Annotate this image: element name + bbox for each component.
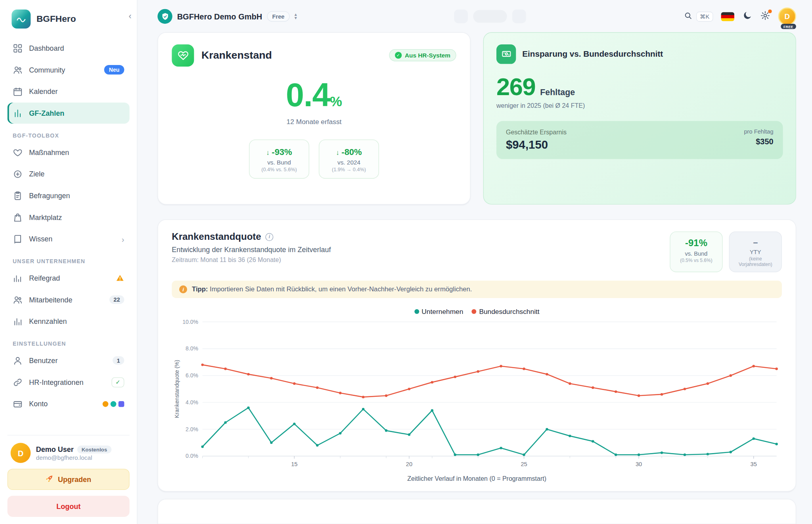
sidebar-collapse-button[interactable]: ‹ <box>125 11 135 22</box>
sidebar-section-einstellungen: EINSTELLUNGEN <box>13 340 124 347</box>
sidebar-item-label: Kalender <box>29 88 57 96</box>
sidebar-item-label: Mitarbeitende <box>29 296 72 304</box>
user-meta: Demo User Kostenlos demo@bgfhero.local <box>36 445 111 461</box>
org-selector[interactable]: BGFHero Demo GmbH Free ▴▾ <box>157 9 297 24</box>
stat-delta-value: – <box>733 238 778 247</box>
team-icon <box>111 401 117 407</box>
sidebar-item-community[interactable]: Community Neu <box>8 59 130 80</box>
upgrade-button[interactable]: Upgraden <box>8 469 130 490</box>
user-card[interactable]: D Demo User Kostenlos demo@bgfhero.local <box>8 443 130 463</box>
notification-dot <box>768 10 772 13</box>
german-flag-icon <box>721 12 734 21</box>
per-day-value: $350 <box>744 137 773 146</box>
sidebar-item-hr-integrationen[interactable]: HR-Integrationen ✓ <box>8 371 130 392</box>
krankenstand-value: 0.4 <box>286 76 330 113</box>
savings-icon <box>496 44 516 64</box>
svg-text:20: 20 <box>406 461 412 467</box>
org-plan-badge: Free <box>267 11 290 22</box>
sidebar-item-kennzahlen[interactable]: Kennzahlen <box>8 311 130 332</box>
chart-legend: Unternehmen Bundesdurchschnitt <box>172 308 782 316</box>
arrow-down-icon: ↓ <box>266 149 270 157</box>
settings-button[interactable] <box>760 11 770 22</box>
svg-text:0.0%: 0.0% <box>186 453 198 459</box>
search-shortcut: ⌘K <box>696 11 713 21</box>
chart-period: Zeitraum: Monat 11 bis 36 (26 Monate) <box>172 256 331 264</box>
legend-dot-bundesdurchschnitt <box>472 309 477 314</box>
stat-detail: (0.5% vs 5.6%) <box>674 258 719 263</box>
info-icon[interactable]: i <box>265 233 273 241</box>
chart-stat-yty: – YTY (keine Vorjahresdaten) <box>729 231 782 272</box>
disabled-control-icon <box>512 10 526 24</box>
sidebar-item-dashboard[interactable]: Dashboard <box>8 38 130 59</box>
logout-button[interactable]: Logout <box>8 496 130 517</box>
users-icon <box>13 295 23 304</box>
plan-badge: Kostenlos <box>77 445 111 453</box>
shield-check-icon <box>157 9 172 24</box>
sidebar-item-konto[interactable]: Konto <box>8 393 130 414</box>
svg-text:35: 35 <box>751 461 757 467</box>
sidebar-item-benutzer[interactable]: Benutzer 1 <box>8 350 130 371</box>
krankenstand-subtitle: 12 Monate erfasst <box>172 118 456 126</box>
disabled-control-icon <box>454 10 468 24</box>
shopping-bag-icon <box>13 212 23 222</box>
user-email: demo@bgfhero.local <box>36 454 111 461</box>
new-badge: Neu <box>104 65 124 75</box>
dark-mode-toggle[interactable] <box>742 11 752 22</box>
language-flag-button[interactable] <box>721 12 734 21</box>
sidebar-item-gf-zahlen[interactable]: GF-Zahlen <box>8 103 130 124</box>
top-header: BGFHero Demo GmbH Free ▴▾ ⌘K <box>157 8 796 26</box>
account-menu[interactable]: D FREE <box>778 8 796 25</box>
source-badge-label: Aus HR-System <box>405 52 450 59</box>
legend-dot-unternehmen <box>414 309 419 314</box>
sidebar-section-unternehmen: UNSER UNTERNEHMEN <box>13 258 124 264</box>
sidebar: BGFHero ‹ Dashboard Community Neu Kalend… <box>0 0 138 524</box>
moon-icon <box>742 11 752 22</box>
savings-value: $94,150 <box>506 138 567 152</box>
sidebar-item-label: Kennzahlen <box>29 317 67 325</box>
building-icon <box>119 401 124 407</box>
search-button[interactable]: ⌘K <box>684 11 713 22</box>
calendar-icon <box>13 86 23 96</box>
stat-detail: (keine Vorjahresdaten) <box>733 256 778 267</box>
svg-text:4.0%: 4.0% <box>186 399 198 405</box>
stat-delta-value: -93% <box>272 147 292 157</box>
svg-text:30: 30 <box>636 461 642 467</box>
sidebar-item-kalender[interactable]: Kalender <box>8 81 130 102</box>
einsparung-value-label: Fehltage <box>540 88 575 97</box>
stat-label: YTY <box>733 249 778 255</box>
stat-delta-value: -80% <box>341 147 362 157</box>
stat-delta-value: -91% <box>674 238 719 249</box>
summary-cards-row: Krankenstand ✓ Aus HR-System 0.4% 12 Mon… <box>157 32 796 205</box>
sidebar-item-mitarbeitende[interactable]: Mitarbeitende 22 <box>8 289 130 310</box>
app-logo-icon <box>11 10 31 29</box>
svg-text:6.0%: 6.0% <box>186 372 198 379</box>
coin-icon <box>103 401 109 407</box>
info-icon: i <box>179 285 187 293</box>
bar-chart-icon <box>13 108 23 118</box>
svg-text:25: 25 <box>521 461 527 467</box>
book-icon <box>13 234 23 244</box>
sidebar-item-befragungen[interactable]: Befragungen <box>8 185 130 206</box>
svg-text:10.0%: 10.0% <box>182 319 198 325</box>
tip-text: Importieren Sie Daten mit Rückblick, um … <box>208 286 472 293</box>
chevron-up-down-icon[interactable]: ▴▾ <box>295 13 297 21</box>
gauge-icon <box>13 273 23 283</box>
sidebar-item-wissen[interactable]: Wissen › <box>8 228 130 249</box>
per-day-label: pro Fehltag <box>744 128 773 135</box>
sidebar-item-massnahmen[interactable]: Maßnahmen <box>8 142 130 163</box>
sidebar-item-label: Benutzer <box>29 356 57 364</box>
sidebar-item-reifegrad[interactable]: Reifegrad <box>8 268 130 289</box>
arrow-down-icon: ↓ <box>336 149 339 157</box>
legend-label: Unternehmen <box>421 308 463 316</box>
einsparung-subtitle: weniger in 2025 (bei Ø 24 FTE) <box>496 102 783 109</box>
check-icon: ✓ <box>395 52 402 59</box>
krankenstand-unit: % <box>330 94 342 109</box>
svg-text:Krankenstandquote (%): Krankenstandquote (%) <box>174 360 180 418</box>
sidebar-item-label: HR-Integrationen <box>29 378 83 386</box>
sidebar-item-marktplatz[interactable]: Marktplatz <box>8 207 130 228</box>
chart-title: Krankenstandquote <box>172 231 261 243</box>
stat-detail: (1.9% → 0.4%) <box>324 166 374 172</box>
sidebar-item-ziele[interactable]: Ziele <box>8 163 130 184</box>
next-section-card-partial <box>157 499 796 524</box>
app-logo-text: BGFHero <box>36 14 76 25</box>
